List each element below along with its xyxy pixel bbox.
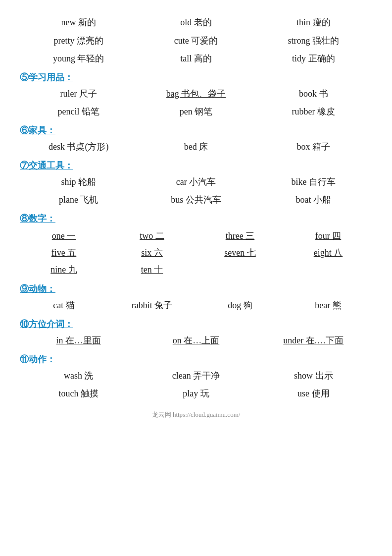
adj-pretty: pretty 漂亮的 [20,33,137,49]
word-use: use 使用 [255,386,372,401]
section6-row1: desk 书桌(方形) bed 床 box 箱子 [20,139,372,155]
word-play: play 玩 [137,386,254,401]
section7-row2: plane 飞机 bus 公共汽车 boat 小船 [20,192,372,208]
word-boat: boat 小船 [255,192,372,208]
word-bike: bike 自行车 [255,174,372,190]
word-show: show 出示 [255,368,372,384]
word-ruler: ruler 尺子 [20,86,137,102]
adj-tall: tall 高的 [137,51,254,66]
num-eight: eight 八 [284,244,372,261]
word-box: box 箱子 [255,139,372,155]
word-book: book 书 [255,86,372,102]
word-bus: bus 公共汽车 [137,192,254,208]
adjectives-row1: new 新的 old 老的 thin 瘦的 [20,15,372,30]
section11-row1: wash 洗 clean 弄干净 show 出示 [20,368,372,384]
section5-row1: ruler 尺子 bag 书包、袋子 book 书 [20,86,372,102]
word-bear: bear 熊 [284,298,372,313]
section7-row1: ship 轮船 car 小汽车 bike 自行车 [20,174,372,190]
adj-new: new 新的 [20,15,137,30]
section11-header: ⑪动作： [20,353,372,365]
section9-row1: cat 猫 rabbit 兔子 dog 狗 bear 熊 [20,298,372,313]
section9-header: ⑨动物： [20,283,372,295]
num-empty2 [284,261,372,278]
word-on: on 在…上面 [137,333,254,348]
word-wash: wash 洗 [20,368,137,384]
word-rubber: rubber 橡皮 [255,104,372,119]
section8-header: ⑧数字： [20,213,372,224]
num-two: two 二 [108,227,196,244]
word-clean: clean 弄干净 [137,368,254,384]
num-three: three 三 [196,227,284,244]
word-plane: plane 飞机 [20,192,137,208]
num-nine: nine 九 [20,261,108,278]
adj-cute: cute 可爱的 [137,33,254,49]
word-in: in 在…里面 [20,333,137,348]
word-under: under 在.…下面 [255,333,372,348]
section7-header: ⑦交通工具： [20,160,372,171]
section6-header: ⑥家具： [20,124,372,136]
adj-thin: thin 瘦的 [255,15,372,30]
adj-old: old 老的 [137,15,254,30]
word-bag: bag 书包、袋子 [137,86,254,102]
num-one: one 一 [20,227,108,244]
section5-row2: pencil 铅笔 pen 钢笔 rubber 橡皮 [20,104,372,119]
num-seven: seven 七 [196,244,284,261]
adjectives-row3: young 年轻的 tall 高的 tidy 正确的 [20,51,372,66]
word-ship: ship 轮船 [20,174,137,190]
section10-header: ⑩方位介词： [20,318,372,330]
footer-text: 龙云网 https://cloud.guaimu.com/ [20,410,372,419]
num-four: four 四 [284,227,372,244]
word-bed: bed 床 [137,139,254,155]
word-rabbit: rabbit 兔子 [108,298,196,313]
section11-row2: touch 触摸 play 玩 use 使用 [20,386,372,401]
adjectives-row2: pretty 漂亮的 cute 可爱的 strong 强壮的 [20,33,372,49]
section5-header: ⑤学习用品： [20,71,372,83]
num-empty1 [196,261,284,278]
word-car: car 小汽车 [137,174,254,190]
word-desk: desk 书桌(方形) [20,139,137,155]
word-cat: cat 猫 [20,298,108,313]
word-dog: dog 狗 [196,298,284,313]
num-six: six 六 [108,244,196,261]
word-pencil: pencil 铅笔 [20,104,137,119]
section10-row1: in 在…里面 on 在…上面 under 在.…下面 [20,333,372,348]
adj-strong: strong 强壮的 [255,33,372,49]
adj-tidy: tidy 正确的 [255,51,372,66]
numbers-grid: one 一 two 二 three 三 four 四 five 五 six 六 … [20,227,372,278]
num-ten: ten 十 [108,261,196,278]
num-five: five 五 [20,244,108,261]
word-pen: pen 钢笔 [137,104,254,119]
adj-young: young 年轻的 [20,51,137,66]
word-touch: touch 触摸 [20,386,137,401]
